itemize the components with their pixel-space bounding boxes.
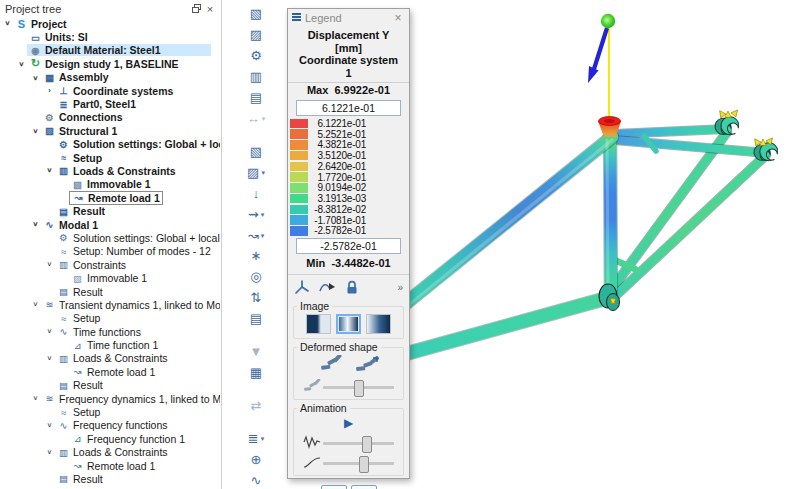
animation-speed-slider-thumb[interactable]	[362, 436, 372, 453]
tree-item[interactable]: ∨▦Assembly	[0, 71, 220, 84]
float-panel-icon[interactable]	[189, 3, 203, 15]
tree-item[interactable]: ▤Result	[0, 285, 220, 298]
tree-item[interactable]: ∨∿Modal 1	[0, 218, 220, 231]
lock-scale-icon[interactable]	[345, 280, 359, 295]
tree-item[interactable]: ∨∿Time functions	[0, 325, 220, 338]
tree-item[interactable]: ∨≋Frequency dynamics 1, linked to Modal …	[0, 392, 220, 405]
lower-bound-input[interactable]	[296, 238, 401, 254]
tree-item[interactable]: ⊿Frequency function 1	[0, 432, 220, 445]
deformed-scale-slider-thumb[interactable]	[354, 380, 364, 397]
tree-item[interactable]: ⊿Time function 1	[0, 338, 220, 351]
tree-item[interactable]: ▧Immovable 1	[0, 178, 220, 191]
bike-frame-model[interactable]	[377, 111, 781, 368]
spring-icon[interactable]: ≣▾	[248, 429, 264, 447]
tree-item[interactable]: ▤Result	[0, 204, 220, 217]
tree-item[interactable]: ≈Setup	[0, 405, 220, 418]
chevron-down-icon[interactable]: ∨	[30, 301, 41, 308]
tree-item[interactable]: ∨▥Constraints	[0, 258, 220, 271]
tree-item[interactable]: ⚙Solution settings: Global + local	[0, 231, 220, 244]
chevron-down-icon[interactable]: ∨	[30, 221, 41, 228]
tree-item[interactable]: ↝Remote load 1	[0, 191, 220, 204]
result-icon: ▤	[57, 473, 70, 484]
deformed-shape-off-button[interactable]	[355, 355, 379, 375]
chevron-right-icon[interactable]: ›	[44, 87, 55, 94]
enforced-displacement-icon[interactable]: ⇅	[251, 289, 262, 307]
animation-speed-slider[interactable]	[323, 442, 394, 445]
chain-stays[interactable]	[609, 132, 766, 297]
tree-item[interactable]: ⚙Solution settings: Global + local	[0, 138, 220, 151]
animation-ramp-slider[interactable]	[323, 462, 394, 465]
tree-item[interactable]: ▭Units: SI	[0, 30, 220, 43]
tree-item[interactable]: ⚙Connections	[0, 111, 220, 124]
tree-item[interactable]: ◉Default Material: Steel1	[0, 44, 220, 57]
chevron-down-icon[interactable]: ∨	[30, 395, 41, 402]
legend-header[interactable]: Legend ×	[288, 9, 409, 27]
constraint-hatch-icon[interactable]: ▧	[250, 5, 262, 23]
remote-load-point[interactable]	[601, 14, 615, 28]
tree-item[interactable]: ∨▥Loads & Constraints	[0, 446, 220, 459]
tree-item[interactable]: ∨▥Loads & Constraints	[0, 164, 220, 177]
legend-style-reversed-button[interactable]	[366, 314, 391, 334]
tree-item[interactable]: ≈Setup	[0, 312, 220, 325]
remote-load-icon[interactable]: ↝▾	[248, 226, 264, 244]
thermal-load-icon[interactable]: ∗	[251, 247, 262, 265]
tree-item[interactable]: ∨▥Loads & Constraints	[0, 352, 220, 365]
tree-item[interactable]: ↝Remote load 1	[0, 459, 220, 472]
tree-item[interactable]: ≣Part0, Steel1	[0, 97, 220, 110]
immovable-support-icon[interactable]: ▧	[250, 142, 262, 160]
legend-style-smooth-button[interactable]	[336, 314, 361, 334]
tree-item[interactable]: ▤Result	[0, 379, 220, 392]
chevron-down-icon[interactable]: ∨	[16, 60, 27, 67]
tree-item[interactable]: ≈Setup	[0, 151, 220, 164]
tree-item[interactable]: ∨▨Structural 1	[0, 124, 220, 137]
tree-item[interactable]: ↝Remote load 1	[0, 365, 220, 378]
chevron-down-icon[interactable]: ∨	[44, 449, 55, 456]
constraint-gear-icon[interactable]: ⚙	[250, 47, 262, 65]
sliding-support-icon[interactable]: ▨▾	[247, 163, 265, 181]
connector-icon[interactable]: ↔▾	[247, 110, 266, 128]
probe-pick-icon[interactable]	[319, 280, 336, 295]
legend-style-banded-button[interactable]	[306, 314, 331, 334]
constraint-slide-icon[interactable]: ▥	[250, 68, 262, 86]
chevron-down-icon[interactable]: ∨	[44, 355, 55, 362]
flux-icon[interactable]: ⇄	[251, 396, 262, 414]
tree-item[interactable]: ∨↻Design study 1, BASELINE	[0, 57, 220, 70]
deformed-shape-on-button[interactable]	[319, 355, 343, 375]
tree-item[interactable]: ▤Result	[0, 472, 220, 485]
tree-item[interactable]: ∨∿Frequency functions	[0, 419, 220, 432]
seat-stays[interactable]	[613, 129, 766, 153]
virtual-connector-icon[interactable]: ⊕	[251, 450, 262, 468]
filter-icon[interactable]: ▼	[250, 343, 263, 361]
chevron-down-icon[interactable]: ∨	[44, 167, 55, 174]
tree-item[interactable]: ∨≋Transient dynamics 1, linked to Modal …	[0, 298, 220, 311]
tree-item[interactable]: ›⊥Coordinate systems	[0, 84, 220, 97]
tree-item[interactable]: ∨SProject	[0, 17, 220, 30]
remote-load-annotation[interactable]	[588, 14, 621, 137]
constraint-dots-icon[interactable]: ▨	[250, 26, 262, 44]
more-options-button[interactable]: »	[397, 282, 403, 293]
upper-bound-input[interactable]	[296, 100, 401, 116]
tree-item[interactable]: ≈Setup: Number of modes - 12	[0, 245, 220, 258]
help-button[interactable]: ?	[321, 485, 347, 489]
animation-ramp-slider-thumb[interactable]	[359, 456, 369, 473]
response-curve-icon[interactable]: ∿	[251, 471, 262, 489]
chevron-down-icon[interactable]: ∨	[2, 20, 13, 27]
chevron-down-icon[interactable]: ∨	[44, 328, 55, 335]
distributed-mass-icon[interactable]: ▤	[250, 310, 262, 328]
chevron-down-icon[interactable]: ∨	[30, 127, 41, 134]
deformed-scale-slider[interactable]	[323, 386, 394, 389]
bearing-load-icon[interactable]: ◎	[250, 268, 261, 286]
dense-support-icon[interactable]: ▦	[250, 364, 262, 382]
pin-legend-button[interactable]	[351, 485, 377, 489]
force-load-icon[interactable]: ↓	[253, 184, 260, 202]
tree-item[interactable]: ▧Immovable 1	[0, 271, 220, 284]
pressure-load-icon[interactable]: ⇝▾	[248, 205, 264, 223]
chevron-down-icon[interactable]: ∨	[44, 261, 55, 268]
coordinate-axes-icon[interactable]	[294, 280, 310, 295]
datum-table-icon[interactable]: ▤	[250, 89, 262, 107]
chevron-down-icon[interactable]: ∨	[30, 74, 41, 81]
animation-play-button[interactable]: ▶	[297, 416, 400, 431]
chevron-down-icon[interactable]: ∨	[44, 422, 55, 429]
legend-close-icon[interactable]: ×	[391, 11, 405, 25]
close-panel-icon[interactable]: ×	[203, 3, 217, 15]
